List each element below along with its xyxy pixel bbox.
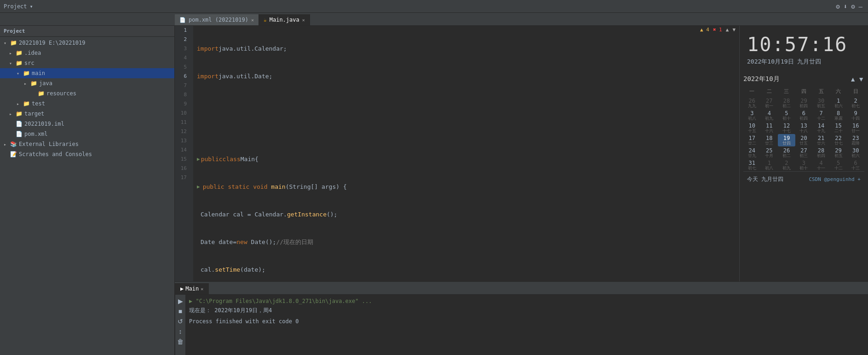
cal-day[interactable]: 5十二 (830, 159, 847, 171)
arrow-test: ▸ (17, 101, 21, 106)
bottom-content: ▶ "C:\Program Files\Java\jdk1.8.0_271\bi… (185, 295, 868, 355)
tree-item-src[interactable]: ▾ 📁 src (0, 58, 174, 68)
cal-day[interactable]: 12十七 (778, 122, 795, 134)
cal-day[interactable]: 16廿一 (847, 122, 864, 134)
cal-day-today[interactable]: 19廿四 (778, 134, 795, 146)
clear-btn[interactable]: 🗑 (176, 337, 184, 346)
tab-main-label: Main.java (270, 17, 299, 23)
run-arrow-6[interactable]: ▶ (197, 182, 200, 192)
cal-day[interactable]: 5初十 (778, 109, 795, 122)
cal-day[interactable]: 2初七 (847, 97, 864, 109)
bottom-tab-close[interactable]: ✕ (201, 286, 203, 291)
cal-weekday-tue: 二 (761, 87, 778, 97)
tree-item-extlibs[interactable]: ▸ 📚 External Libraries (0, 139, 174, 149)
cal-day[interactable]: 22廿七 (830, 134, 847, 146)
cal-day[interactable]: 18廿三 (761, 134, 778, 146)
stop-btn[interactable]: ■ (178, 307, 183, 316)
scroll-btn[interactable]: ↕ (178, 327, 183, 336)
tree-label-java: java (39, 80, 52, 87)
folder-icon-idea: 📁 (16, 50, 23, 56)
project-label[interactable]: Project (4, 3, 27, 10)
cal-day[interactable]: 3初十 (795, 159, 813, 171)
cal-day[interactable]: 1初八 (761, 159, 778, 171)
cal-day[interactable]: 21廿六 (812, 134, 830, 146)
cal-day[interactable]: 29初四 (795, 97, 813, 109)
arrow-java: ▸ (24, 81, 29, 86)
tab-main[interactable]: ☕ Main.java ✕ (259, 14, 310, 25)
cal-day[interactable]: 14十九 (812, 122, 830, 134)
cal-day[interactable]: 31初七 (743, 159, 761, 171)
tree-item-idea[interactable]: ▸ 📁 .idea (0, 48, 174, 58)
code-editor[interactable]: ▲ 4 ✖ 1 ▲ ▼ 1 2 3 4 5 6 7 8 9 (175, 26, 739, 281)
nav-up[interactable]: ▲ (726, 27, 729, 33)
minimize-icon[interactable]: — (859, 3, 862, 10)
code-line-3 (197, 99, 736, 109)
cal-day[interactable]: 23霜降 (847, 134, 864, 146)
cal-day[interactable]: 17廿二 (743, 134, 761, 146)
cal-weekday-sun: 日 (847, 87, 864, 97)
cal-day[interactable]: 26初二 (778, 146, 795, 159)
tree-item-main[interactable]: ▾ 📁 main (0, 68, 174, 78)
warning-count: ▲ 4 (700, 27, 709, 33)
project-dropdown[interactable]: ▾ (30, 3, 33, 10)
cal-day[interactable]: 27初一 (761, 97, 778, 109)
cal-title: 2022年10月 (743, 75, 780, 83)
cal-day[interactable]: 13十八 (795, 122, 813, 134)
cal-day[interactable]: 30初六 (847, 146, 864, 159)
cal-day[interactable]: 29初五 (830, 146, 847, 159)
clock-date: 2022年10月19日 九月廿四 (747, 58, 861, 66)
folder-icon-root: 📁 (10, 40, 17, 46)
bottom-tab-run[interactable]: ▶ Main ✕ (175, 283, 209, 294)
arrow-pom (9, 132, 14, 137)
cal-day[interactable]: 2初九 (778, 159, 795, 171)
tree-item-scratches[interactable]: 📝 Scratches and Consoles (0, 149, 174, 159)
cal-day[interactable]: 6初四 (795, 109, 813, 122)
download-icon[interactable]: ⬇ (844, 3, 847, 10)
arrow-main: ▾ (17, 71, 21, 76)
tree-item-test[interactable]: ▸ 📁 test (0, 99, 174, 109)
config-icon[interactable]: ⚙ (851, 3, 855, 10)
project-tree: ▾ 📁 20221019 E:\20221019 ▸ 📁 .idea ▾ 📁 s… (0, 37, 174, 355)
cal-day[interactable]: 15二十 (830, 122, 847, 134)
run-btn[interactable]: ▶ (177, 297, 184, 306)
ln-14: 14 (175, 145, 190, 155)
tree-item-target[interactable]: ▸ 📁 target (0, 109, 174, 119)
cal-day[interactable]: 1初六 (830, 97, 847, 109)
top-bar: Project ▾ ⚙ ⬇ ⚙ — (0, 0, 868, 13)
cal-footer-right[interactable]: CSDN @penguinhd + (809, 176, 861, 182)
settings-icon[interactable]: ⚙ (836, 3, 839, 10)
tab-pom[interactable]: 📄 pom.xml (20221019) ✕ (175, 14, 259, 25)
nav-down[interactable]: ▼ (732, 27, 736, 33)
cal-day[interactable]: 28初二 (778, 97, 795, 109)
cal-day[interactable]: 7十二 (812, 109, 830, 122)
tree-item-pom[interactable]: 📄 pom.xml (0, 129, 174, 139)
run-arrow-5[interactable]: ▶ (197, 155, 200, 164)
cal-day[interactable]: 4初九 (761, 109, 778, 122)
cal-day[interactable]: 25十月 (761, 146, 778, 159)
cal-day[interactable]: 8寒露 (830, 109, 847, 122)
cal-next-btn[interactable]: ▼ (858, 76, 864, 83)
cal-prev-btn[interactable]: ▲ (850, 76, 856, 83)
tree-item-resources[interactable]: 📁 resources (0, 88, 174, 99)
cal-day[interactable]: 26九九 (743, 97, 761, 109)
bottom-panel: ▶ Main ✕ ▶ ■ ↺ ↕ 🗑 ▶ "C:\Program Files\J… (175, 281, 868, 355)
cal-day[interactable]: 6十三 (847, 159, 864, 171)
cal-day[interactable]: 3初八 (743, 109, 761, 122)
tree-item-java[interactable]: ▸ 📁 java (0, 78, 174, 88)
tree-item-iml[interactable]: 📄 20221019.iml (0, 119, 174, 129)
cal-day[interactable]: 27初三 (795, 146, 813, 159)
cal-day[interactable]: 20廿五 (795, 134, 813, 146)
tab-pom-close[interactable]: ✕ (251, 17, 254, 23)
cal-day[interactable]: 28初四 (812, 146, 830, 159)
cal-day[interactable]: 9十四 (847, 109, 864, 122)
rerun-btn[interactable]: ↺ (177, 317, 184, 326)
cal-day[interactable]: 24廿九 (743, 146, 761, 159)
tab-main-close[interactable]: ✕ (302, 17, 305, 23)
cal-day[interactable]: 4十一 (812, 159, 830, 171)
cal-day[interactable]: 30初五 (812, 97, 830, 109)
bottom-toolbar: ▶ ■ ↺ ↕ 🗑 (175, 295, 185, 355)
tree-item-root[interactable]: ▾ 📁 20221019 E:\20221019 (0, 38, 174, 48)
cal-day[interactable]: 11十六 (761, 122, 778, 134)
cal-day[interactable]: 10十五 (743, 122, 761, 134)
folder-icon-src: 📁 (16, 60, 23, 66)
